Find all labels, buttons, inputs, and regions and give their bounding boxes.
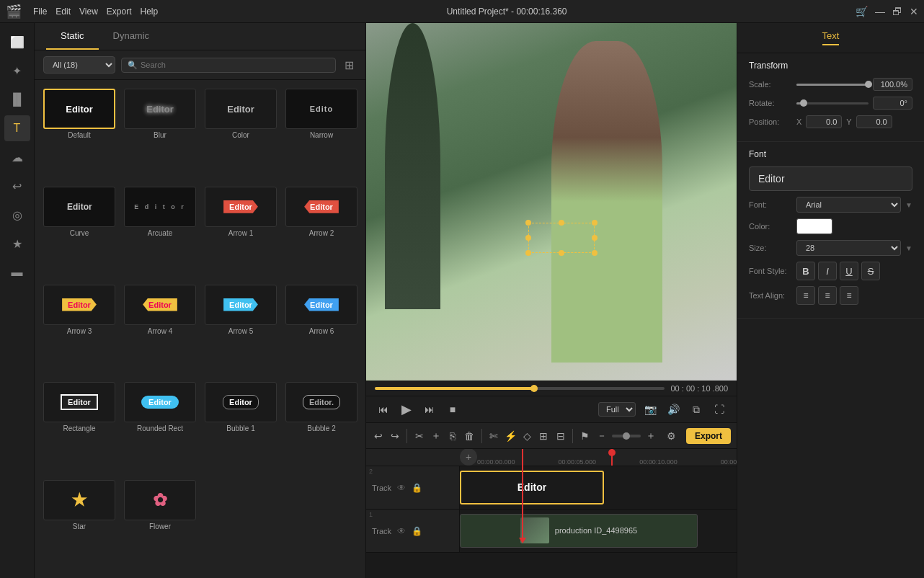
template-bubble2[interactable]: Editor. Bubble 2: [283, 379, 360, 474]
align-right-button[interactable]: ≡: [840, 286, 858, 305]
multi-split-button[interactable]: ⊟: [554, 427, 567, 445]
category-filter[interactable]: All (18): [43, 56, 115, 74]
step-forward-button[interactable]: ⏭: [421, 401, 438, 418]
fullscreen-button[interactable]: ⛶: [711, 401, 728, 418]
stop-button[interactable]: ■: [444, 401, 461, 418]
track-lock-1[interactable]: 🔒: [412, 526, 422, 536]
track-lock-2[interactable]: 🔒: [412, 483, 422, 493]
template-flower[interactable]: ✿ Flower: [121, 477, 199, 572]
template-arrow6[interactable]: Editor Arrow 6: [283, 282, 360, 377]
progress-handle[interactable]: [530, 385, 538, 392]
zoom-out-button[interactable]: －: [595, 427, 608, 445]
italic-button[interactable]: I: [818, 262, 837, 280]
progress-bar[interactable]: [375, 387, 665, 390]
template-default[interactable]: Editor Default: [40, 86, 118, 181]
screenshot-button[interactable]: 📷: [641, 401, 659, 418]
skip-back-button[interactable]: ⏮: [375, 401, 392, 418]
transition-button[interactable]: ⚡: [505, 427, 517, 445]
zoom-in-button[interactable]: ＋: [645, 427, 657, 445]
sidebar-item-overlay[interactable]: ☁: [4, 144, 30, 170]
sidebar-item-filters[interactable]: ◎: [4, 202, 30, 228]
handle-bottom-center[interactable]: [559, 250, 564, 256]
handle-middle-right[interactable]: [592, 235, 598, 241]
menu-edit[interactable]: Edit: [55, 6, 71, 17]
template-narrow[interactable]: Edito Narrow: [283, 86, 360, 181]
copy-button[interactable]: ⎘: [446, 427, 458, 445]
cut-button[interactable]: ✄: [487, 427, 499, 445]
handle-middle-left[interactable]: [525, 235, 531, 241]
track-content-1[interactable]: production ID_4498965: [460, 510, 737, 552]
handle-top-center[interactable]: [559, 220, 564, 226]
template-rectangle[interactable]: Editor Rectangle: [40, 379, 118, 474]
sidebar-item-subtitles[interactable]: ▬: [4, 259, 30, 285]
bold-button[interactable]: B: [796, 262, 815, 280]
font-preview[interactable]: Editor: [749, 166, 912, 191]
menu-help[interactable]: Help: [141, 6, 159, 17]
add-track-button[interactable]: +: [460, 449, 477, 466]
template-blur[interactable]: Editor Blur: [121, 86, 199, 181]
export-button[interactable]: Export: [686, 428, 731, 444]
sidebar-item-text[interactable]: T: [4, 115, 30, 141]
template-curve[interactable]: Editor Curve: [40, 184, 118, 279]
strikethrough-button[interactable]: S: [861, 262, 880, 280]
template-arrow3[interactable]: Editor Arrow 3: [40, 282, 118, 377]
sidebar-item-audio[interactable]: ▐▌: [4, 86, 30, 112]
search-input[interactable]: [141, 61, 329, 69]
keyframe-button[interactable]: ◇: [521, 427, 533, 445]
play-button[interactable]: ▶: [398, 401, 415, 418]
scale-slider[interactable]: [796, 84, 869, 86]
playhead-handle[interactable]: [608, 449, 616, 456]
menu-file[interactable]: File: [33, 6, 47, 17]
template-arrow4[interactable]: Editor Arrow 4: [121, 282, 199, 377]
add-button[interactable]: ＋: [430, 427, 442, 445]
undo-button[interactable]: ↩: [372, 427, 384, 445]
template-arrow1[interactable]: Editor Arrow 1: [202, 184, 280, 279]
sidebar-item-stickers[interactable]: ★: [4, 231, 30, 257]
tab-static[interactable]: Static: [46, 23, 99, 50]
color-picker[interactable]: [796, 218, 832, 234]
align-left-button[interactable]: ≡: [796, 286, 815, 305]
text-clip-editor[interactable]: Editor: [460, 471, 604, 504]
y-value[interactable]: 0.0: [856, 115, 892, 128]
delete-button[interactable]: 🗑: [463, 427, 476, 445]
zoom-slider[interactable]: [612, 435, 641, 437]
template-arrow5[interactable]: Editor Arrow 5: [202, 282, 280, 377]
zoom-select[interactable]: Full: [598, 402, 636, 417]
video-clip-production[interactable]: production ID_4498965: [460, 514, 698, 548]
trim-button[interactable]: ✂: [413, 427, 425, 445]
compare-button[interactable]: ⧉: [688, 401, 705, 418]
marker-button[interactable]: ⚑: [579, 427, 591, 445]
x-value[interactable]: 0.0: [806, 115, 842, 128]
audio-button[interactable]: 🔊: [665, 401, 682, 418]
properties-tab-text[interactable]: Text: [822, 30, 840, 45]
minimize-button[interactable]: —: [875, 6, 885, 17]
handle-top-left[interactable]: [525, 220, 531, 226]
underline-button[interactable]: U: [840, 262, 858, 280]
template-arcuate[interactable]: E d i t o r Arcuate: [121, 184, 199, 279]
sidebar-item-transitions[interactable]: ↩: [4, 173, 30, 199]
close-button[interactable]: ✕: [910, 6, 918, 17]
template-star[interactable]: ★ Star: [40, 477, 118, 572]
redo-button[interactable]: ↪: [388, 427, 401, 445]
settings-icon[interactable]: ⚙: [662, 427, 680, 445]
handle-bottom-left[interactable]: [525, 250, 531, 256]
menu-view[interactable]: View: [79, 6, 98, 17]
cart-icon[interactable]: 🛒: [856, 6, 868, 17]
track-visibility-1[interactable]: 👁: [397, 526, 406, 536]
template-rounded-rect[interactable]: Editor Rounded Rect: [121, 379, 199, 474]
template-arrow2[interactable]: Editor Arrow 2: [283, 184, 360, 279]
playhead[interactable]: [611, 449, 613, 466]
track-content-2[interactable]: Editor: [460, 466, 737, 509]
align-center-button[interactable]: ≡: [818, 286, 837, 305]
rotate-slider[interactable]: [796, 102, 869, 105]
sidebar-item-media[interactable]: ⬜: [4, 29, 30, 55]
handle-top-right[interactable]: [592, 220, 598, 226]
handle-bottom-right[interactable]: [592, 250, 598, 256]
template-color[interactable]: Editor Color: [202, 86, 280, 181]
size-select[interactable]: 28: [796, 240, 901, 256]
grid-view-button[interactable]: ⊞: [342, 57, 357, 74]
maximize-button[interactable]: 🗗: [892, 6, 902, 17]
font-select[interactable]: Arial: [796, 197, 901, 213]
sidebar-item-effects[interactable]: ✦: [4, 58, 30, 84]
track-visibility-2[interactable]: 👁: [397, 483, 406, 493]
